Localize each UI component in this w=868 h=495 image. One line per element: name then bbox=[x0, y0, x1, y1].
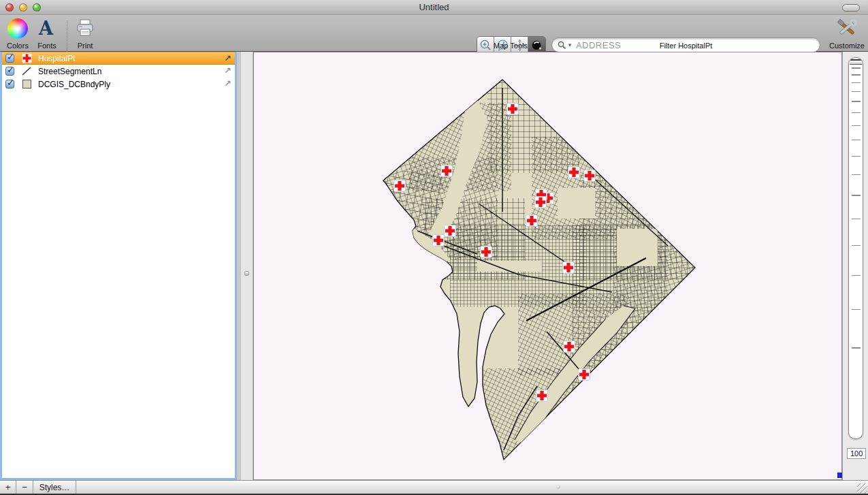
slider-tick bbox=[852, 245, 861, 246]
hammer-wrench-icon bbox=[836, 18, 858, 39]
layer-row-dcgis-dcbndyply[interactable]: ✓ DCGIS_DCBndyPly ↗ bbox=[2, 78, 235, 91]
slider-tick bbox=[852, 174, 861, 176]
toolbar-toggle-button[interactable] bbox=[842, 4, 860, 12]
app-window: Untitled Colors A Fonts Print bbox=[0, 0, 868, 495]
window-resize-grip[interactable] bbox=[857, 483, 867, 494]
splitter[interactable] bbox=[241, 52, 253, 480]
slider-tick bbox=[852, 219, 861, 220]
slider-tick bbox=[852, 82, 861, 84]
slider-tick bbox=[852, 112, 861, 114]
font-icon: A bbox=[39, 18, 53, 39]
slider-tick bbox=[852, 101, 861, 102]
title-bar: Untitled bbox=[0, 0, 868, 15]
print-button[interactable] bbox=[75, 18, 95, 42]
fonts-button[interactable]: A bbox=[39, 18, 53, 39]
print-label: Print bbox=[68, 42, 102, 50]
customize-label: Customize bbox=[826, 42, 868, 50]
layer-checkbox[interactable]: ✓ bbox=[5, 80, 14, 89]
jump-to-layer-icon[interactable]: ↗ bbox=[224, 53, 231, 63]
layer-name: DCGIS_DCBndyPly bbox=[38, 80, 110, 89]
window-title: Untitled bbox=[0, 2, 868, 12]
slider-tick bbox=[852, 67, 861, 69]
slider-tick bbox=[852, 195, 861, 196]
hospital-marker[interactable] bbox=[568, 167, 580, 178]
hospital-marker[interactable] bbox=[526, 215, 538, 227]
slider-tick bbox=[852, 309, 861, 310]
hospital-marker[interactable] bbox=[507, 103, 519, 115]
hospital-marker[interactable] bbox=[563, 262, 575, 274]
hospital-marker[interactable] bbox=[481, 246, 492, 258]
layer-name: HospitalPt bbox=[38, 54, 76, 63]
hospital-marker[interactable] bbox=[564, 341, 575, 353]
styles-button[interactable]: Styles… bbox=[33, 481, 76, 494]
layer-checkbox[interactable]: ✓ bbox=[5, 54, 14, 63]
hospital-marker[interactable] bbox=[445, 225, 456, 237]
layer-row-streetsegmentln[interactable]: ✓ StreetSegmentLn ↗ bbox=[2, 65, 235, 78]
zoom-slider[interactable] bbox=[848, 57, 863, 439]
slider-tick bbox=[852, 347, 861, 349]
hospital-marker[interactable] bbox=[394, 180, 406, 192]
slider-tick bbox=[852, 140, 861, 141]
splitter-grip[interactable] bbox=[244, 271, 249, 276]
hospital-marker[interactable] bbox=[536, 390, 548, 402]
layer-name: StreetSegmentLn bbox=[38, 67, 101, 76]
bottom-bar: + − Styles… bbox=[0, 480, 868, 495]
slider-tick bbox=[852, 74, 861, 76]
dc-map bbox=[254, 52, 843, 481]
polygon-symbol-icon bbox=[20, 80, 33, 89]
zoom-rail: 100 bbox=[842, 52, 868, 480]
red-cross-point-icon bbox=[20, 53, 33, 63]
colors-button[interactable] bbox=[7, 18, 28, 39]
slider-tick bbox=[852, 275, 861, 276]
line-symbol-icon bbox=[20, 67, 33, 76]
jump-to-layer-icon[interactable]: ↗ bbox=[224, 78, 231, 89]
jump-to-layer-icon[interactable]: ↗ bbox=[224, 65, 231, 76]
map-canvas[interactable] bbox=[253, 52, 842, 480]
slider-tick bbox=[852, 125, 861, 127]
remove-layer-button[interactable]: − bbox=[16, 481, 33, 494]
slider-tick bbox=[852, 156, 861, 157]
add-layer-button[interactable]: + bbox=[0, 481, 16, 494]
zoom-slider-handle[interactable] bbox=[850, 59, 862, 65]
color-wheel-icon bbox=[7, 18, 28, 39]
hospital-marker[interactable] bbox=[584, 170, 596, 182]
filter-label: Filter HospitalPt bbox=[551, 42, 820, 50]
printer-icon bbox=[75, 18, 95, 39]
fonts-label: Fonts bbox=[30, 42, 64, 50]
hospital-marker[interactable] bbox=[579, 369, 590, 381]
slider-tick bbox=[852, 91, 861, 93]
hospital-marker[interactable] bbox=[535, 197, 547, 208]
toolbar: Colors A Fonts Print bbox=[0, 15, 868, 52]
layer-checkbox[interactable]: ✓ bbox=[5, 67, 14, 76]
zoom-percent-field[interactable]: 100 bbox=[847, 448, 866, 459]
splitter-dimple bbox=[556, 485, 560, 489]
hospital-marker[interactable] bbox=[433, 235, 445, 246]
toolbar-divider bbox=[67, 20, 67, 53]
layer-list: ✓ HospitalPt ↗ ✓ StreetSegmentLn ↗ ✓ DCG… bbox=[0, 52, 237, 480]
layer-row-hospitalpt[interactable]: ✓ HospitalPt ↗ bbox=[2, 52, 235, 65]
hospital-marker[interactable] bbox=[441, 165, 453, 177]
map-tools-label: Map Tools bbox=[473, 42, 548, 50]
customize-button[interactable] bbox=[836, 18, 858, 42]
